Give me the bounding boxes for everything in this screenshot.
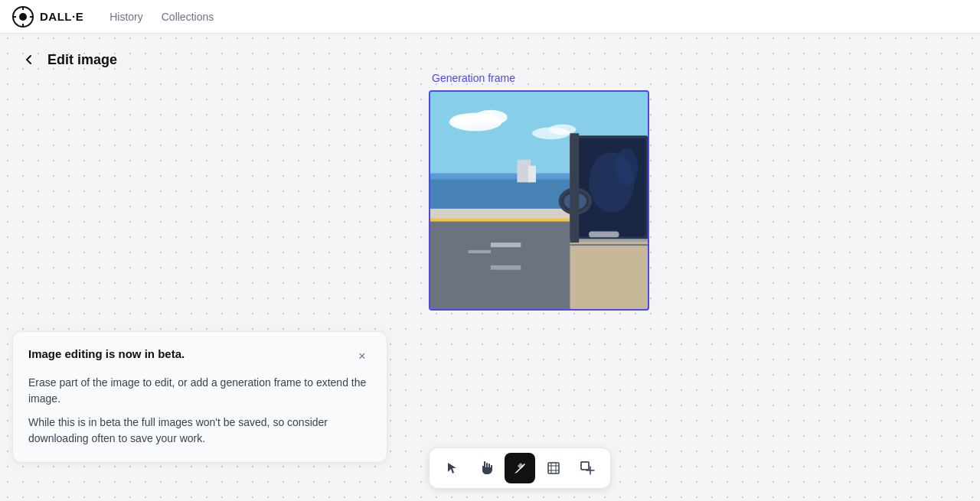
beta-notification: Image editing is now in beta. × Erase pa… — [12, 331, 387, 463]
dalle-logo-icon — [12, 6, 34, 28]
add-frame-icon — [580, 460, 595, 476]
notification-line1: Erase part of the image to edit, or add … — [28, 375, 371, 407]
pan-tool-button[interactable] — [471, 453, 501, 483]
svg-point-9 — [451, 115, 479, 127]
svg-rect-29 — [589, 231, 619, 237]
page-header: Edit image — [0, 34, 136, 86]
crop-tool-button[interactable] — [538, 453, 569, 483]
pan-icon — [479, 460, 494, 476]
erase-icon — [513, 461, 527, 475]
editing-toolbar — [429, 447, 611, 489]
svg-rect-17 — [491, 242, 521, 247]
svg-rect-20 — [528, 166, 536, 183]
back-button[interactable] — [18, 49, 40, 70]
svg-point-11 — [549, 124, 577, 135]
svg-rect-18 — [491, 265, 521, 270]
main-nav: History Collections — [102, 6, 221, 28]
generation-frame-label: Generation frame — [432, 72, 515, 84]
svg-point-1 — [19, 13, 27, 21]
back-arrow-icon — [23, 54, 35, 66]
notification-close-button[interactable]: × — [353, 347, 371, 366]
svg-rect-33 — [468, 250, 491, 253]
notification-title: Image editing is now in beta. — [28, 347, 185, 360]
svg-rect-34 — [518, 463, 524, 469]
svg-rect-41 — [581, 462, 589, 470]
logo-area: DALL·E — [12, 6, 83, 28]
add-frame-tool-button[interactable] — [572, 453, 603, 483]
notification-line2: While this is in beta the full images wo… — [28, 415, 371, 447]
erase-tool-button[interactable] — [505, 453, 535, 483]
svg-rect-35 — [548, 463, 559, 473]
svg-rect-32 — [570, 133, 579, 242]
svg-rect-13 — [430, 174, 581, 180]
svg-rect-40 — [581, 462, 589, 470]
svg-rect-30 — [570, 239, 648, 242]
nav-collections[interactable]: Collections — [154, 6, 221, 28]
car-scene-svg — [430, 92, 648, 309]
notification-header: Image editing is now in beta. × — [28, 347, 371, 366]
svg-rect-12 — [430, 174, 581, 212]
nav-history[interactable]: History — [102, 6, 151, 28]
select-tool-button[interactable] — [437, 453, 468, 483]
main-content: Edit image Generation frame — [0, 34, 980, 501]
page-title: Edit image — [47, 52, 117, 68]
image-area: Generation frame — [429, 72, 649, 311]
main-image — [429, 90, 649, 311]
svg-point-25 — [616, 148, 639, 186]
brand-name: DALL·E — [40, 10, 83, 23]
app-header: DALL·E History Collections — [0, 0, 980, 34]
svg-point-8 — [474, 110, 507, 125]
select-icon — [446, 461, 459, 475]
svg-rect-31 — [570, 244, 648, 246]
crop-icon — [547, 461, 560, 475]
